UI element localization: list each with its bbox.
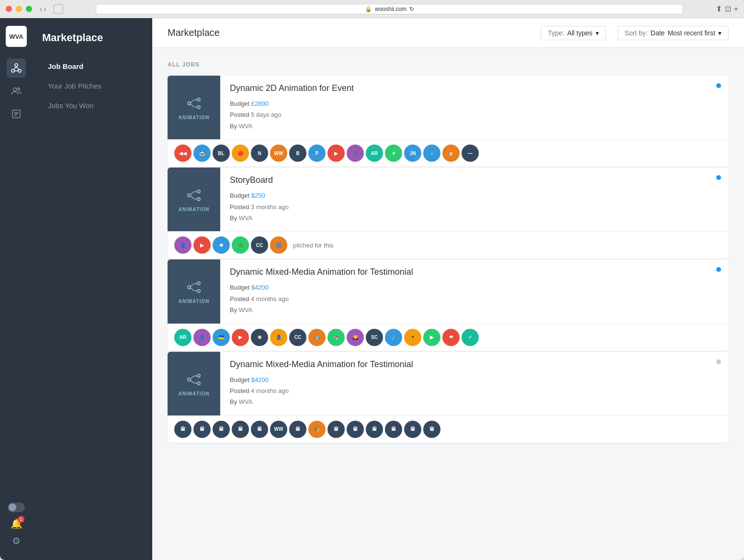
svg-point-6: [13, 88, 17, 91]
type-filter-label: Type:: [548, 29, 564, 37]
settings-button[interactable]: ⚙: [12, 535, 21, 547]
wva-logo: WVA: [6, 26, 27, 47]
pitched-text: pitched for this: [293, 242, 334, 249]
close-button[interactable]: [6, 6, 12, 12]
job-card[interactable]: ANIMATION Dynamic Mixed-Media Animation …: [168, 259, 729, 350]
users-icon-btn[interactable]: [7, 81, 26, 101]
avatar: 🇺🇦: [213, 329, 230, 346]
job-status-dot: [716, 83, 721, 88]
animation-icon: [185, 279, 203, 296]
sort-label: Sort by:: [625, 29, 648, 37]
network-icon-btn[interactable]: [7, 58, 26, 78]
svg-point-15: [188, 194, 191, 197]
avatar: CC: [289, 329, 306, 346]
sort-key: Date: [651, 29, 665, 37]
bottom-icons: 🔔 1 ⚙: [8, 503, 25, 552]
job-info: Dynamic Mixed-Media Animation for Testim…: [220, 352, 729, 415]
svg-point-18: [188, 286, 191, 289]
jobs-list: ANIMATION Dynamic 2D Animation for Event…: [168, 76, 729, 443]
sort-value: Most recent first: [667, 29, 715, 37]
avatars-row: AR👤🇺🇦▶⊛👤CC🤖🐄🌄SC⚓🌻▶❤✓: [168, 324, 729, 351]
avatar: B: [289, 145, 306, 162]
job-card[interactable]: ANIMATION StoryBoard Budget $250 Posted …: [168, 168, 729, 258]
svg-point-16: [197, 190, 200, 193]
avatar: 👤: [174, 236, 192, 254]
share-button[interactable]: ⬆: [716, 4, 722, 13]
job-info: Dynamic 2D Animation for Event Budget £2…: [220, 76, 729, 139]
forward-button[interactable]: ›: [44, 5, 46, 13]
job-meta: Budget $4200 Posted 4 months ago By WVA: [230, 374, 719, 408]
avatar: CC: [251, 236, 268, 254]
reading-mode-button[interactable]: ⊡: [725, 4, 731, 13]
icon-bar: WVA: [0, 18, 33, 560]
avatar: p: [442, 145, 460, 162]
type-filter-value: All types: [567, 29, 593, 37]
avatar: 🏛: [251, 421, 268, 438]
avatar: 🏛: [423, 421, 440, 438]
avatar: 🎵: [347, 145, 364, 162]
avatar: 🤖: [308, 329, 326, 346]
avatar: 🏛: [232, 421, 249, 438]
list-icon-btn[interactable]: [7, 104, 26, 123]
nav-sidebar: Marketplace Job Board Your Job Pitches J…: [33, 18, 152, 560]
avatar: ▶: [327, 145, 345, 162]
sort-filter[interactable]: Sort by: Date Most recent first ▾: [618, 26, 729, 40]
add-tab-button[interactable]: +: [734, 4, 738, 13]
url-bar[interactable]: 🔒 wooshii.com ↻: [96, 4, 683, 14]
svg-point-1: [11, 69, 14, 72]
sidebar-item-job-board[interactable]: Job Board: [42, 57, 143, 75]
avatar: 🔴: [232, 145, 249, 162]
avatar: 🏛: [366, 421, 383, 438]
avatar: 👤: [270, 329, 287, 346]
sidebar-item-your-pitches[interactable]: Your Job Pitches: [42, 77, 143, 95]
avatar: 🏛: [327, 421, 345, 438]
job-type-label: ANIMATION: [179, 391, 210, 396]
sidebar-item-jobs-won[interactable]: Jobs You Won: [42, 97, 143, 114]
content-area: ALL JOBS ANIMATION Dynamic 2D Animation …: [152, 48, 744, 560]
job-type-label: ANIMATION: [179, 115, 210, 120]
back-button[interactable]: ‹: [40, 5, 42, 13]
svg-point-22: [197, 374, 200, 377]
notifications-button[interactable]: 🔔 1: [11, 518, 23, 529]
svg-point-0: [15, 64, 18, 67]
job-meta: Budget $4200 Posted 4 months ago By WVA: [230, 282, 719, 315]
avatar: 🏛: [174, 421, 192, 438]
job-info: Dynamic Mixed-Media Animation for Testim…: [220, 259, 729, 323]
avatar: JN: [404, 145, 421, 162]
avatar: 🐄: [327, 329, 345, 346]
maximize-button[interactable]: [26, 6, 32, 12]
svg-point-7: [18, 88, 20, 90]
avatars-row: ◀◀🐼BL🔴NWWBP▶🎵AR✦JN○p—: [168, 139, 729, 167]
avatar: —: [462, 145, 479, 162]
svg-point-19: [197, 282, 200, 285]
type-filter-chevron: ▾: [596, 29, 599, 37]
avatar: 🏛: [347, 421, 364, 438]
sort-chevron: ▾: [718, 29, 721, 37]
svg-point-2: [18, 69, 21, 72]
svg-point-21: [188, 378, 191, 381]
reload-icon[interactable]: ↻: [409, 6, 414, 12]
job-meta: Budget $250 Posted 3 months ago By WVA: [230, 190, 719, 224]
avatar: N: [251, 145, 268, 162]
animation-icon: [185, 95, 203, 112]
minimize-button[interactable]: [16, 6, 22, 12]
type-filter[interactable]: Type: All types ▾: [541, 26, 606, 40]
main-content: Marketplace Type: All types ▾ Sort by: D…: [152, 18, 744, 560]
avatar: ▶: [232, 329, 249, 346]
avatar: 🐼: [193, 145, 211, 162]
svg-line-4: [16, 67, 19, 69]
job-title: StoryBoard: [230, 175, 719, 185]
sidebar-toggle[interactable]: [54, 4, 63, 14]
job-info: StoryBoard Budget $250 Posted 3 months a…: [220, 168, 729, 231]
dark-mode-toggle[interactable]: [8, 503, 25, 512]
job-card-main: ANIMATION Dynamic 2D Animation for Event…: [168, 76, 729, 139]
avatar: 🌿: [232, 236, 249, 254]
url-text: wooshii.com: [375, 6, 406, 12]
job-title: Dynamic Mixed-Media Animation for Testim…: [230, 359, 719, 370]
avatar: ○: [423, 145, 440, 162]
job-card[interactable]: ANIMATION Dynamic 2D Animation for Event…: [168, 76, 729, 167]
sidebar-title: Marketplace: [42, 28, 143, 44]
job-title: Dynamic 2D Animation for Event: [230, 83, 719, 93]
job-card[interactable]: ANIMATION Dynamic Mixed-Media Animation …: [168, 352, 729, 443]
avatar: ✦: [385, 145, 402, 162]
